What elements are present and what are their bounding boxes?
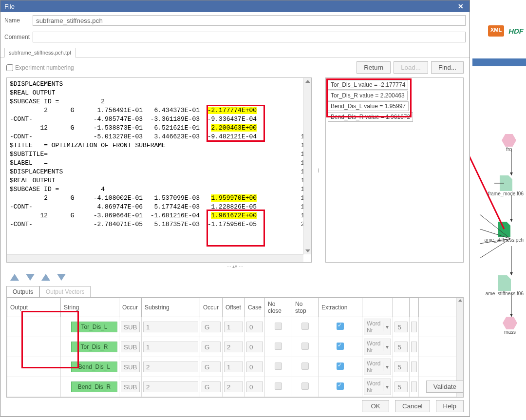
extract-n2-input[interactable]: [411, 362, 417, 372]
ok-button[interactable]: OK: [362, 400, 389, 412]
extract-n2-input[interactable]: [411, 342, 417, 352]
column-header[interactable]: No close: [265, 298, 292, 317]
validate-button[interactable]: Validate: [426, 381, 464, 393]
offset-input[interactable]: [246, 382, 263, 392]
parsed-value[interactable]: Tor_Dis_L value = -2.177774: [328, 80, 408, 90]
output-cell[interactable]: Bend_Dis_L: [71, 362, 117, 372]
column-header[interactable]: Output: [7, 298, 61, 317]
vertical-scrollbar[interactable]: [303, 78, 311, 254]
extract-n1-input[interactable]: [394, 362, 408, 372]
move-up-icon[interactable]: [10, 274, 19, 281]
noclose-checkbox[interactable]: [301, 363, 309, 370]
occur2-input[interactable]: [224, 322, 243, 332]
parsed-value[interactable]: Bend_Dis_L value = 1.95997: [328, 101, 409, 111]
hdf-badge[interactable]: HDF: [506, 25, 526, 37]
graph-node-stiffness-f06[interactable]: ame_stiffness.f06: [486, 275, 524, 296]
move-top-icon[interactable]: [41, 274, 50, 281]
code-line: 12 G -1.538873E-01 6.521621E-01 2.200463…: [10, 124, 308, 133]
occur2-input[interactable]: [224, 362, 243, 372]
case-checkbox[interactable]: [275, 323, 282, 330]
parsed-value[interactable]: Bend_Dis_R value = 1.961672: [328, 112, 413, 122]
graph-node-frq[interactable]: frq: [502, 134, 516, 152]
code-line: $TITLE = OPTIMIZATION OF FRONT SUBFRAME1…: [10, 141, 308, 150]
extract-n1-input[interactable]: [394, 342, 408, 352]
extract-n2-input[interactable]: [411, 382, 417, 392]
column-header[interactable]: Extraction: [319, 298, 362, 317]
graph-node-mass[interactable]: mass: [503, 317, 517, 335]
outputs-tab[interactable]: Outputs: [6, 286, 39, 298]
case-checkbox[interactable]: [275, 382, 282, 390]
occur2-input[interactable]: [224, 342, 243, 352]
move-bottom-icon[interactable]: [57, 274, 66, 281]
noclose-checkbox[interactable]: [301, 382, 309, 390]
extract-n1-input[interactable]: [394, 382, 408, 392]
extraction-select[interactable]: Word Nr▾: [364, 359, 391, 375]
offset-input[interactable]: [246, 342, 263, 352]
occur1-input[interactable]: [143, 382, 198, 392]
table-row: Bend_Dis_LWord Nr▾: [7, 357, 463, 377]
graph-node-mode-f06[interactable]: frame_mode.f06: [488, 175, 524, 196]
comment-input[interactable]: [33, 32, 466, 42]
case-checkbox[interactable]: [275, 363, 282, 370]
substring-input[interactable]: [202, 322, 221, 332]
string-input[interactable]: [121, 362, 140, 372]
column-header[interactable]: [362, 298, 393, 317]
cancel-button[interactable]: Cancel: [395, 400, 430, 412]
close-icon[interactable]: ✕: [456, 2, 466, 10]
help-button[interactable]: Help: [436, 400, 464, 412]
nostop-checkbox[interactable]: [337, 363, 344, 370]
occur1-input[interactable]: [143, 362, 198, 372]
occur2-input[interactable]: [224, 382, 243, 392]
return-button[interactable]: Return: [357, 61, 391, 74]
code-panel[interactable]: $DISPLACEMENTS4$REAL OUTPUT5$SUBCASE ID …: [6, 77, 312, 263]
noclose-checkbox[interactable]: [301, 343, 309, 350]
table-row: Tor_Dis_LWord Nr▾: [7, 317, 463, 337]
column-header[interactable]: Occur: [200, 298, 223, 317]
column-header[interactable]: String: [61, 298, 119, 317]
horizontal-scrollbar[interactable]: [7, 254, 303, 262]
string-input[interactable]: [121, 322, 140, 332]
column-header[interactable]: Occur: [119, 298, 142, 317]
extract-n1-input[interactable]: [394, 322, 408, 332]
nostop-checkbox[interactable]: [337, 343, 344, 350]
substring-input[interactable]: [202, 362, 221, 372]
output-cell[interactable]: Bend_Dis_R: [71, 382, 117, 392]
find-button[interactable]: Find...: [431, 61, 464, 74]
name-input[interactable]: [33, 15, 466, 26]
panel-collapse-handle[interactable]: ⟨: [316, 77, 321, 263]
xml-badge[interactable]: XML: [488, 25, 504, 37]
load-button[interactable]: Load...: [394, 61, 428, 74]
substring-input[interactable]: [202, 342, 221, 352]
case-checkbox[interactable]: [275, 343, 282, 350]
output-cell[interactable]: Tor_Dis_L: [71, 322, 117, 332]
column-header[interactable]: [393, 298, 410, 317]
tpl-tab[interactable]: subframe_stiffness.pch.tpl: [4, 48, 75, 57]
dialog-titlebar: File ✕: [0, 0, 470, 12]
nostop-checkbox[interactable]: [337, 382, 344, 390]
extraction-select[interactable]: Word Nr▾: [364, 379, 391, 395]
occur1-input[interactable]: [143, 342, 198, 352]
extraction-select[interactable]: Word Nr▾: [364, 319, 391, 335]
occur1-input[interactable]: [143, 322, 198, 332]
extraction-select[interactable]: Word Nr▾: [364, 339, 391, 355]
string-input[interactable]: [121, 342, 140, 352]
noclose-checkbox[interactable]: [301, 323, 309, 330]
graph-node-stiffness-pch[interactable]: ame_stiffness.pch: [485, 222, 524, 243]
column-header[interactable]: Case: [245, 298, 265, 317]
column-header[interactable]: No stop: [292, 298, 319, 317]
string-input[interactable]: [121, 382, 140, 392]
offset-input[interactable]: [246, 322, 263, 332]
column-header[interactable]: Offset: [223, 298, 245, 317]
experiment-numbering-checkbox[interactable]: Experiment numbering: [6, 64, 74, 71]
parsed-value[interactable]: Tor_Dis_R value = 2.200463: [328, 91, 408, 100]
column-header[interactable]: Substring: [142, 298, 200, 317]
output-cell[interactable]: Tor_Dis_R: [71, 342, 117, 352]
file-dialog: File ✕ Name Comment subframe_stiffness.p…: [0, 0, 470, 417]
output-vectors-tab[interactable]: Output Vectors: [39, 286, 91, 298]
move-down-icon[interactable]: [26, 274, 35, 281]
substring-input[interactable]: [202, 382, 221, 392]
offset-input[interactable]: [246, 362, 263, 372]
resize-grip[interactable]: ⋯ ▴▾ ⋯: [0, 264, 470, 269]
nostop-checkbox[interactable]: [337, 323, 344, 330]
extract-n2-input[interactable]: [411, 322, 417, 332]
